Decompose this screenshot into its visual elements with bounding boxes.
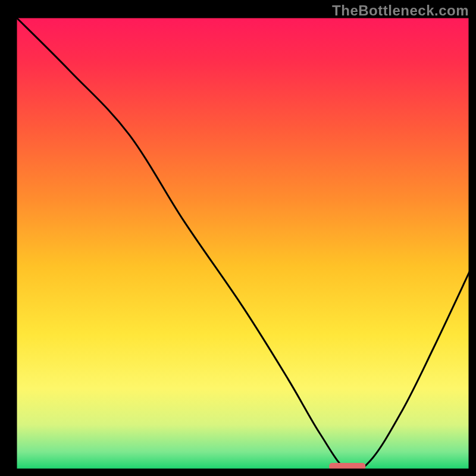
chart-container: TheBottleneck.com [0, 0, 476, 476]
bottleneck-chart [0, 0, 476, 476]
watermark-text: TheBottleneck.com [332, 2, 469, 19]
